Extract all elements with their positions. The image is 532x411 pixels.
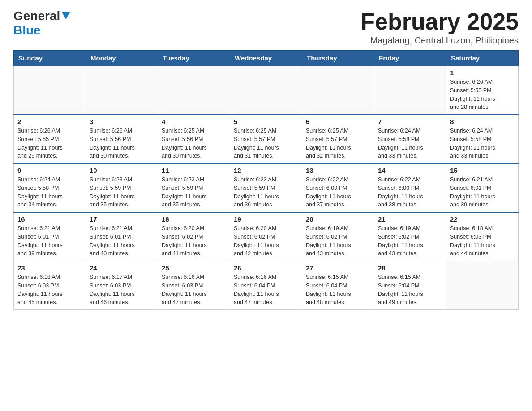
day-info: Sunrise: 6:17 AMSunset: 6:03 PMDaylight:… — [90, 273, 154, 307]
table-row: 4Sunrise: 6:25 AMSunset: 5:56 PMDaylight… — [158, 115, 230, 163]
col-saturday: Saturday — [446, 51, 519, 66]
day-info: Sunrise: 6:19 AMSunset: 6:02 PMDaylight:… — [378, 224, 442, 258]
day-info: Sunrise: 6:26 AMSunset: 5:56 PMDaylight:… — [90, 127, 154, 160]
table-row: 15Sunrise: 6:21 AMSunset: 6:01 PMDayligh… — [446, 163, 519, 212]
calendar-table: Sunday Monday Tuesday Wednesday Thursday… — [13, 50, 519, 310]
day-number: 2 — [17, 118, 82, 125]
day-info: Sunrise: 6:26 AMSunset: 5:55 PMDaylight:… — [450, 78, 515, 111]
day-info: Sunrise: 6:23 AMSunset: 5:59 PMDaylight:… — [162, 176, 226, 209]
day-info: Sunrise: 6:16 AMSunset: 6:04 PMDaylight:… — [234, 273, 298, 307]
table-row: 10Sunrise: 6:23 AMSunset: 5:59 PMDayligh… — [86, 163, 158, 212]
day-number: 26 — [234, 264, 298, 272]
day-number: 16 — [17, 215, 82, 223]
day-info: Sunrise: 6:18 AMSunset: 6:03 PMDaylight:… — [450, 224, 515, 258]
day-number: 10 — [90, 167, 154, 174]
day-number: 17 — [90, 215, 154, 223]
day-number: 13 — [306, 167, 370, 174]
table-row: 3Sunrise: 6:26 AMSunset: 5:56 PMDaylight… — [86, 115, 158, 163]
table-row: 14Sunrise: 6:22 AMSunset: 6:00 PMDayligh… — [374, 163, 446, 212]
table-row: 13Sunrise: 6:22 AMSunset: 6:00 PMDayligh… — [302, 163, 374, 212]
calendar-week-row: 16Sunrise: 6:21 AMSunset: 6:01 PMDayligh… — [14, 212, 519, 261]
table-row — [86, 66, 158, 115]
day-number: 6 — [306, 118, 370, 125]
table-row: 25Sunrise: 6:16 AMSunset: 6:03 PMDayligh… — [158, 261, 230, 310]
page-header: General Blue February 2025 Magalang, Cen… — [13, 9, 519, 46]
day-number: 19 — [234, 215, 298, 223]
day-info: Sunrise: 6:20 AMSunset: 6:02 PMDaylight:… — [162, 224, 226, 258]
col-tuesday: Tuesday — [158, 51, 230, 66]
table-row — [446, 261, 519, 310]
logo-triangle-icon — [62, 12, 70, 21]
day-info: Sunrise: 6:22 AMSunset: 6:00 PMDaylight:… — [306, 176, 370, 209]
day-info: Sunrise: 6:18 AMSunset: 6:03 PMDaylight:… — [17, 273, 82, 307]
table-row — [230, 66, 302, 115]
logo-blue: Blue — [13, 23, 41, 37]
table-row: 5Sunrise: 6:25 AMSunset: 5:57 PMDaylight… — [230, 115, 302, 163]
day-number: 5 — [234, 118, 298, 125]
day-number: 23 — [17, 264, 82, 272]
table-row: 19Sunrise: 6:20 AMSunset: 6:02 PMDayligh… — [230, 212, 302, 261]
day-info: Sunrise: 6:25 AMSunset: 5:57 PMDaylight:… — [306, 127, 370, 160]
table-row: 20Sunrise: 6:19 AMSunset: 6:02 PMDayligh… — [302, 212, 374, 261]
table-row: 16Sunrise: 6:21 AMSunset: 6:01 PMDayligh… — [14, 212, 86, 261]
day-info: Sunrise: 6:22 AMSunset: 6:00 PMDaylight:… — [378, 176, 442, 209]
day-info: Sunrise: 6:24 AMSunset: 5:58 PMDaylight:… — [378, 127, 442, 160]
day-number: 8 — [450, 118, 515, 125]
table-row: 9Sunrise: 6:24 AMSunset: 5:58 PMDaylight… — [14, 163, 86, 212]
day-info: Sunrise: 6:24 AMSunset: 5:58 PMDaylight:… — [17, 176, 82, 209]
table-row — [374, 66, 446, 115]
col-friday: Friday — [374, 51, 446, 66]
day-info: Sunrise: 6:24 AMSunset: 5:58 PMDaylight:… — [450, 127, 515, 160]
table-row: 28Sunrise: 6:15 AMSunset: 6:04 PMDayligh… — [374, 261, 446, 310]
table-row: 18Sunrise: 6:20 AMSunset: 6:02 PMDayligh… — [158, 212, 230, 261]
day-number: 12 — [234, 167, 298, 174]
table-row — [302, 66, 374, 115]
logo-general: General — [13, 9, 60, 23]
day-number: 20 — [306, 215, 370, 223]
col-sunday: Sunday — [14, 51, 86, 66]
table-row: 17Sunrise: 6:21 AMSunset: 6:01 PMDayligh… — [86, 212, 158, 261]
day-info: Sunrise: 6:23 AMSunset: 5:59 PMDaylight:… — [90, 176, 154, 209]
table-row: 6Sunrise: 6:25 AMSunset: 5:57 PMDaylight… — [302, 115, 374, 163]
day-number: 27 — [306, 264, 370, 272]
col-wednesday: Wednesday — [230, 51, 302, 66]
month-title: February 2025 — [360, 9, 519, 34]
day-number: 11 — [162, 167, 226, 174]
col-thursday: Thursday — [302, 51, 374, 66]
table-row: 11Sunrise: 6:23 AMSunset: 5:59 PMDayligh… — [158, 163, 230, 212]
table-row: 8Sunrise: 6:24 AMSunset: 5:58 PMDaylight… — [446, 115, 519, 163]
day-number: 24 — [90, 264, 154, 272]
table-row — [158, 66, 230, 115]
day-info: Sunrise: 6:21 AMSunset: 6:01 PMDaylight:… — [90, 224, 154, 258]
day-number: 4 — [162, 118, 226, 125]
day-number: 22 — [450, 215, 515, 223]
table-row: 24Sunrise: 6:17 AMSunset: 6:03 PMDayligh… — [86, 261, 158, 310]
table-row: 23Sunrise: 6:18 AMSunset: 6:03 PMDayligh… — [14, 261, 86, 310]
calendar-week-row: 1Sunrise: 6:26 AMSunset: 5:55 PMDaylight… — [14, 66, 519, 115]
title-area: February 2025 Magalang, Central Luzon, P… — [360, 9, 519, 46]
day-info: Sunrise: 6:23 AMSunset: 5:59 PMDaylight:… — [234, 176, 298, 209]
table-row: 27Sunrise: 6:15 AMSunset: 6:04 PMDayligh… — [302, 261, 374, 310]
day-info: Sunrise: 6:15 AMSunset: 6:04 PMDaylight:… — [306, 273, 370, 307]
table-row: 12Sunrise: 6:23 AMSunset: 5:59 PMDayligh… — [230, 163, 302, 212]
day-info: Sunrise: 6:25 AMSunset: 5:57 PMDaylight:… — [234, 127, 298, 160]
day-info: Sunrise: 6:21 AMSunset: 6:01 PMDaylight:… — [17, 224, 82, 258]
table-row: 2Sunrise: 6:26 AMSunset: 5:55 PMDaylight… — [14, 115, 86, 163]
calendar-week-row: 2Sunrise: 6:26 AMSunset: 5:55 PMDaylight… — [14, 115, 519, 163]
location-title: Magalang, Central Luzon, Philippines — [360, 35, 519, 46]
day-info: Sunrise: 6:19 AMSunset: 6:02 PMDaylight:… — [306, 224, 370, 258]
table-row: 22Sunrise: 6:18 AMSunset: 6:03 PMDayligh… — [446, 212, 519, 261]
calendar-week-row: 23Sunrise: 6:18 AMSunset: 6:03 PMDayligh… — [14, 261, 519, 310]
svg-marker-0 — [62, 12, 70, 19]
day-number: 25 — [162, 264, 226, 272]
table-row — [14, 66, 86, 115]
day-info: Sunrise: 6:16 AMSunset: 6:03 PMDaylight:… — [162, 273, 226, 307]
calendar-header-row: Sunday Monday Tuesday Wednesday Thursday… — [14, 51, 519, 66]
day-info: Sunrise: 6:25 AMSunset: 5:56 PMDaylight:… — [162, 127, 226, 160]
day-number: 28 — [378, 264, 442, 272]
day-number: 1 — [450, 69, 515, 77]
table-row: 7Sunrise: 6:24 AMSunset: 5:58 PMDaylight… — [374, 115, 446, 163]
day-info: Sunrise: 6:20 AMSunset: 6:02 PMDaylight:… — [234, 224, 298, 258]
calendar-week-row: 9Sunrise: 6:24 AMSunset: 5:58 PMDaylight… — [14, 163, 519, 212]
table-row: 1Sunrise: 6:26 AMSunset: 5:55 PMDaylight… — [446, 66, 519, 115]
